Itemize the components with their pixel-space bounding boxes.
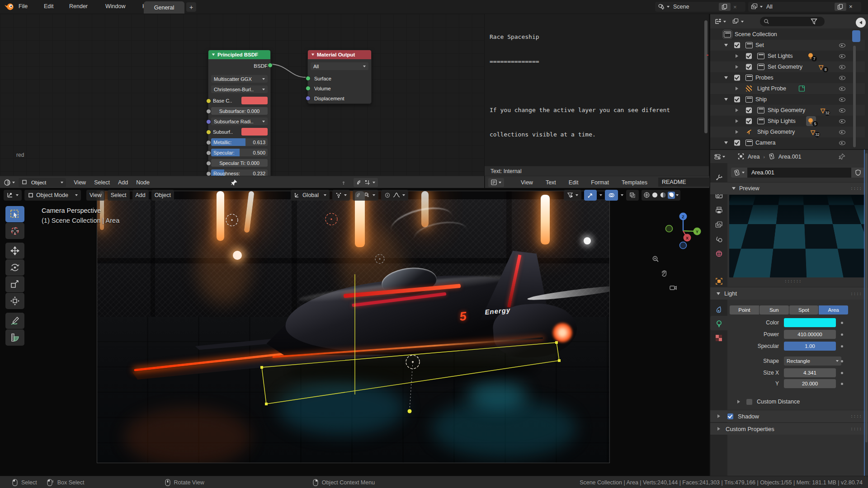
viewport-menu-view[interactable]: View	[86, 190, 105, 201]
hide-eye-icon[interactable]	[839, 107, 846, 114]
snap-toggle[interactable]	[353, 190, 378, 201]
outliner-row-ship-geometry[interactable]: Ship Geometry ▽ 32	[710, 105, 865, 116]
shader-menu-view[interactable]: View	[70, 179, 90, 186]
size-x-field[interactable]: 4.341	[784, 368, 836, 377]
collection-checkbox[interactable]	[746, 53, 752, 59]
animate-dot[interactable]	[841, 345, 843, 347]
tool-cursor[interactable]	[5, 223, 24, 239]
shadow-checkbox[interactable]	[727, 413, 733, 419]
material-output-header[interactable]: Material Output	[308, 50, 371, 59]
viewport-editor-type-button[interactable]	[4, 190, 22, 201]
filter-icon[interactable]	[811, 18, 818, 25]
scene-selector-chevron-icon[interactable]	[667, 6, 670, 8]
preview-panel-header[interactable]: Preview ::::	[710, 182, 868, 194]
surface-input-socket[interactable]	[306, 76, 311, 81]
filter-type-chevron-icon[interactable]	[741, 21, 744, 23]
light-name-field[interactable]: Area.001	[747, 168, 851, 178]
tab-view-layer[interactable]	[713, 219, 725, 230]
shader-menu-add[interactable]: Add	[114, 179, 132, 186]
shader-editor-type-icon[interactable]	[4, 179, 11, 186]
tool-annotate[interactable]	[5, 313, 24, 329]
roughness-slider[interactable]: Roughness: 0.232	[211, 169, 268, 176]
output-target-dropdown[interactable]: All	[311, 62, 368, 70]
subsurface-field[interactable]: Subsurface: 0.000	[211, 107, 268, 115]
breadcrumb-data-name[interactable]: Area.001	[778, 154, 802, 160]
text-datablock-name[interactable]: README	[658, 178, 711, 187]
menu-render[interactable]: Render	[65, 3, 92, 9]
properties-pin-icon[interactable]	[839, 153, 846, 160]
active-tool-tab[interactable]	[852, 30, 860, 42]
light-type-point[interactable]: Point	[730, 305, 759, 314]
text-editor[interactable]: Race Spaceship ============== If you cha…	[485, 14, 709, 166]
outliner-row-light-probe[interactable]: Light Probe	[710, 83, 865, 94]
unlink-scene-button[interactable]: ×	[733, 4, 737, 10]
tab-physics[interactable]	[713, 304, 725, 315]
solid-shading-button[interactable]	[651, 192, 659, 199]
wireframe-shading-button[interactable]	[643, 192, 651, 199]
text-menu-templates[interactable]: Templates	[618, 179, 651, 186]
hide-eye-icon[interactable]	[839, 74, 846, 81]
hide-eye-icon[interactable]	[839, 128, 846, 136]
custom-properties-panel-header[interactable]: Custom Properties ::::	[710, 422, 868, 435]
pivot-point-dropdown[interactable]	[332, 190, 350, 201]
panel-grip[interactable]: ::::	[850, 427, 862, 431]
snap-node-button[interactable]	[354, 178, 378, 187]
outliner-row-set[interactable]: Set	[710, 40, 865, 51]
outliner-display-mode-icon[interactable]	[715, 18, 722, 25]
subsurface-radius-socket[interactable]	[206, 119, 211, 124]
text-menu-text[interactable]: Text	[542, 179, 560, 186]
show-overlays-toggle[interactable]	[605, 190, 618, 201]
menu-edit[interactable]: Edit	[40, 3, 58, 9]
hide-eye-icon[interactable]	[839, 96, 846, 103]
metallic-slider[interactable]: Metallic: 0.613	[211, 138, 268, 146]
principled-bsdf-node[interactable]: Principled BSDF BSDF Multiscatter GGX Ch…	[208, 50, 271, 176]
outliner-row-set-geometry[interactable]: Set Geometry ▽ 8	[710, 61, 865, 72]
menu-file[interactable]: File	[14, 3, 32, 9]
animate-dot[interactable]	[841, 383, 843, 385]
shadow-panel-header[interactable]: Shadow ::::	[710, 410, 868, 422]
tab-object-data[interactable]	[713, 318, 725, 329]
gizmo-dropdown-chevron-icon[interactable]	[599, 194, 602, 196]
object-type-visibility-dropdown[interactable]	[564, 190, 581, 201]
custom-distance-checkbox[interactable]	[746, 399, 752, 405]
display-mode-chevron-icon[interactable]	[723, 21, 726, 23]
color-swatch[interactable]	[784, 318, 836, 327]
collection-checkbox[interactable]	[746, 118, 752, 124]
size-y-field[interactable]: 20.000	[784, 379, 836, 388]
volume-input-socket[interactable]	[306, 86, 311, 91]
show-gizmo-toggle[interactable]	[584, 190, 597, 201]
animate-dot[interactable]	[841, 360, 843, 362]
viewport-3d[interactable]: 5 Energy Camera Perspective (1) Scene Co…	[0, 188, 709, 476]
scene-icon[interactable]	[658, 3, 665, 10]
tab-object[interactable]	[713, 275, 725, 287]
distribution-dropdown[interactable]: Multiscatter GGX	[211, 75, 268, 83]
shader-menu-select[interactable]: Select	[90, 179, 114, 186]
light-type-area[interactable]: Area	[819, 305, 848, 314]
shader-type-dropdown[interactable]: Object	[19, 178, 66, 187]
collapse-node-icon[interactable]	[212, 54, 215, 56]
outliner-row-scene-collection[interactable]: Scene Collection	[710, 29, 865, 40]
base-color-socket[interactable]	[206, 99, 211, 103]
principled-node-header[interactable]: Principled BSDF	[208, 50, 270, 59]
viewport-menu-select[interactable]: Select	[108, 190, 130, 201]
subsurface-radius-dropdown[interactable]: Subsurface Radi..	[211, 117, 268, 125]
blender-logo-icon[interactable]	[4, 2, 14, 12]
panel-grip[interactable]: ::::	[850, 186, 862, 191]
proportional-editing-dropdown[interactable]	[381, 190, 408, 201]
preview-resize-grip[interactable]: ::::::	[784, 279, 802, 283]
material-output-node[interactable]: Material Output All Surface Volume Displ…	[307, 50, 372, 104]
collection-checkbox[interactable]	[734, 140, 740, 146]
specular-socket[interactable]	[206, 150, 211, 155]
specular-tint-socket[interactable]	[206, 161, 211, 166]
overlays-dropdown-chevron-icon[interactable]	[621, 194, 623, 196]
subsurface-color-socket[interactable]	[206, 130, 211, 135]
menu-window[interactable]: Window	[101, 3, 129, 9]
outliner-row-ship-geometry-empty[interactable]: Ship Geometry ▽ 32	[710, 127, 865, 137]
tool-rotate[interactable]	[5, 259, 24, 276]
region-toggle-button[interactable]	[856, 18, 866, 28]
view-layer-icon[interactable]	[751, 3, 758, 10]
specular-slider[interactable]: 1.00	[784, 342, 836, 351]
tool-scale[interactable]	[5, 276, 24, 292]
viewport-move-icon[interactable]	[660, 269, 667, 277]
viewport-menu-object[interactable]: Object	[151, 190, 174, 201]
